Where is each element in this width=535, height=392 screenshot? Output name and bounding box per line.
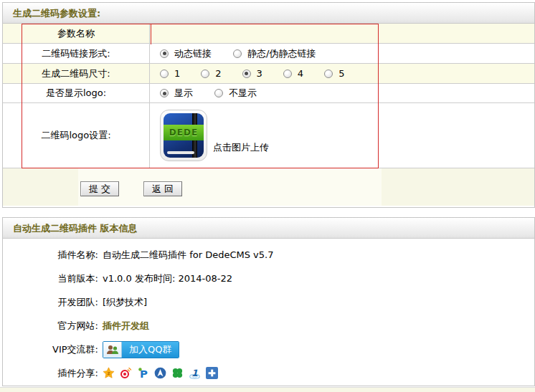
share-row: 插件分享: z: [3, 361, 534, 385]
logo-band-text: DEDE: [164, 125, 204, 140]
radio-static-link-label[interactable]: 静态/伪静态链接: [247, 47, 316, 60]
share-yi-icon[interactable]: 1: [189, 367, 201, 379]
version-info-list: 插件名称: 自动生成二维码插件 for DedeCMS v5.7 当前版本: v…: [3, 239, 534, 385]
show-logo-label: 是否显示logo:: [3, 84, 150, 102]
plugin-name-value: 自动生成二维码插件 for DedeCMS v5.7: [103, 249, 273, 262]
svg-text:P: P: [140, 368, 148, 379]
radio-size-1-label[interactable]: 1: [174, 68, 180, 79]
qr-settings-title: 生成二维码参数设置:: [3, 3, 534, 24]
radio-size-5[interactable]: 5: [324, 68, 344, 79]
dede-logo-icon: DEDE: [164, 113, 204, 158]
table-header-row: 参数名称: [3, 24, 534, 44]
version-value: v1.0.0 发布时间: 2014-08-22: [103, 272, 232, 285]
share-renren-icon[interactable]: [154, 367, 166, 379]
form-actions-bg: [78, 168, 382, 206]
plugin-name-row: 插件名称: 自动生成二维码插件 for DedeCMS v5.7: [3, 243, 534, 267]
share-weibo-icon[interactable]: [120, 367, 132, 379]
dev-team-row: 开发团队: [织梦技术]: [3, 290, 534, 314]
version-info-panel: 自动生成二维码插件 版本信息 插件名称: 自动生成二维码插件 for DedeC…: [2, 217, 535, 386]
radio-size-4-label[interactable]: 4: [298, 68, 303, 79]
logo-upload-image[interactable]: DEDE: [160, 110, 207, 161]
share-more-icon[interactable]: [206, 367, 218, 379]
radio-icon[interactable]: [160, 70, 169, 78]
qr-size-label: 生成二维码尺寸:: [3, 64, 150, 83]
form-actions: 提 交 返 回: [3, 168, 534, 206]
radio-icon[interactable]: [160, 49, 169, 58]
radio-size-2-label[interactable]: 2: [215, 68, 221, 79]
show-logo-row: 是否显示logo: 显示 不显示: [3, 84, 534, 103]
radio-size-1[interactable]: 1: [160, 68, 180, 79]
version-info-title: 自动生成二维码插件 版本信息: [3, 218, 534, 239]
link-type-label: 二维码链接形式:: [3, 44, 150, 63]
share-pengyou-icon[interactable]: P: [137, 367, 149, 379]
radio-hide-logo-label[interactable]: 不显示: [229, 87, 257, 100]
back-button[interactable]: 返 回: [143, 181, 182, 196]
radio-dynamic-link[interactable]: 动态链接: [160, 47, 212, 60]
submit-button[interactable]: 提 交: [80, 181, 119, 196]
radio-icon[interactable]: [242, 70, 251, 78]
radio-size-5-label[interactable]: 5: [338, 68, 344, 79]
logo-pages: [167, 151, 194, 154]
radio-size-2[interactable]: 2: [201, 68, 221, 79]
svg-text:1: 1: [191, 368, 198, 378]
logo-setting-label: 二维码logo设置:: [3, 103, 150, 168]
link-type-row: 二维码链接形式: 动态链接 静态/伪静态链接: [3, 44, 534, 64]
vip-group-label: VIP交流群:: [3, 343, 98, 356]
radio-hide-logo[interactable]: 不显示: [214, 87, 257, 100]
upload-hint-text[interactable]: 点击图片上传: [213, 141, 269, 154]
join-qq-group-button[interactable]: 加入QQ群: [103, 341, 179, 358]
radio-icon[interactable]: [201, 70, 209, 78]
qq-group-people-icon: [103, 342, 122, 358]
radio-icon[interactable]: [214, 89, 223, 97]
plugin-name-label: 插件名称:: [3, 249, 98, 262]
radio-icon[interactable]: [160, 89, 169, 97]
next-section-strip: [0, 387, 535, 392]
vip-group-row: VIP交流群: 加入QQ群: [3, 338, 534, 361]
version-label: 当前版本:: [3, 272, 98, 285]
param-name-header: 参数名称: [3, 24, 150, 43]
qr-settings-panel: 生成二维码参数设置: 参数名称 二维码链接形式: 动态链接 静态/伪静态链接: [2, 2, 535, 208]
dev-team-value: [织梦技术]: [103, 296, 147, 309]
version-row: 当前版本: v1.0.0 发布时间: 2014-08-22: [3, 267, 534, 290]
radio-static-link[interactable]: 静态/伪静态链接: [233, 47, 316, 60]
radio-size-3[interactable]: 3: [242, 68, 262, 79]
join-qq-group-label: 加入QQ群: [122, 342, 179, 358]
radio-icon[interactable]: [233, 49, 242, 58]
radio-icon[interactable]: [283, 70, 292, 78]
radio-size-4[interactable]: 4: [283, 68, 303, 79]
official-site-link[interactable]: 插件开发组: [103, 320, 149, 333]
share-kaixin-icon[interactable]: [171, 367, 184, 379]
share-label: 插件分享:: [3, 367, 98, 380]
share-qzone-icon[interactable]: z: [103, 367, 115, 379]
qr-settings-table: 参数名称 二维码链接形式: 动态链接 静态/伪静态链接 生成二维码尺寸:: [3, 24, 534, 168]
radio-icon[interactable]: [324, 70, 333, 78]
logo-setting-row: 二维码logo设置: DEDE 点击图片上传: [3, 103, 534, 168]
radio-show-logo-label[interactable]: 显示: [174, 87, 193, 100]
svg-text:z: z: [107, 371, 110, 376]
dev-team-label: 开发团队:: [3, 296, 98, 309]
radio-dynamic-link-label[interactable]: 动态链接: [174, 47, 212, 60]
radio-size-3-label[interactable]: 3: [257, 68, 262, 79]
qr-size-row: 生成二维码尺寸: 1 2 3 4: [3, 64, 534, 84]
official-site-label: 官方网站:: [3, 320, 98, 333]
radio-show-logo[interactable]: 显示: [160, 87, 193, 100]
official-site-row: 官方网站: 插件开发组: [3, 314, 534, 338]
